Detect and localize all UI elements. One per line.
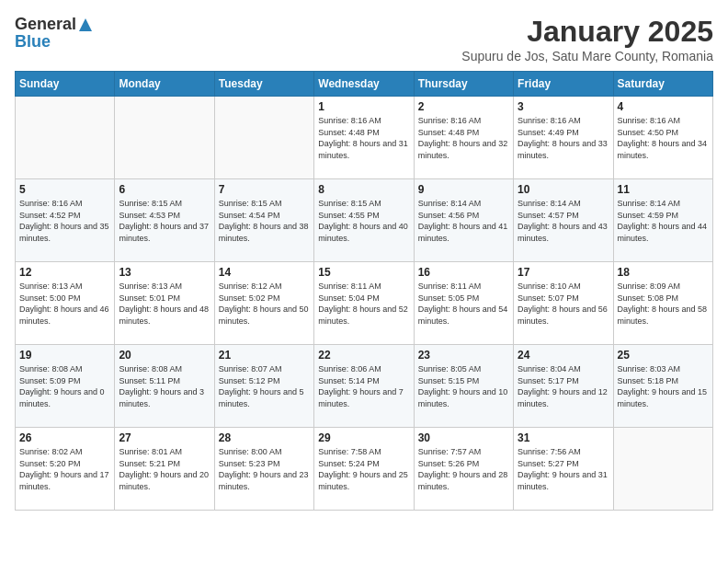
day-number: 4 (618, 100, 709, 113)
day-cell (115, 97, 214, 179)
day-cell: 30Sunrise: 7:57 AM Sunset: 5:26 PM Dayli… (414, 428, 513, 511)
logo-blue-text: Blue (15, 32, 51, 52)
day-number: 29 (318, 431, 409, 444)
day-number: 19 (19, 349, 110, 362)
day-number: 31 (518, 431, 609, 444)
day-info: Sunrise: 8:02 AM Sunset: 5:20 PM Dayligh… (19, 446, 110, 492)
logo-general-text: General (15, 15, 76, 34)
day-cell: 5Sunrise: 8:16 AM Sunset: 4:52 PM Daylig… (16, 179, 115, 262)
day-number: 30 (418, 431, 509, 444)
day-info: Sunrise: 8:12 AM Sunset: 5:02 PM Dayligh… (219, 281, 310, 327)
weekday-header-wednesday: Wednesday (314, 72, 414, 97)
day-info: Sunrise: 8:00 AM Sunset: 5:23 PM Dayligh… (219, 446, 310, 492)
week-row-3: 12Sunrise: 8:13 AM Sunset: 5:00 PM Dayli… (16, 262, 713, 345)
day-info: Sunrise: 8:11 AM Sunset: 5:04 PM Dayligh… (318, 281, 409, 327)
page-header: General Blue January 2025 Supuru de Jos,… (15, 15, 713, 63)
location-title: Supuru de Jos, Satu Mare County, Romania (461, 49, 713, 63)
day-number: 1 (318, 100, 409, 113)
day-info: Sunrise: 8:04 AM Sunset: 5:17 PM Dayligh… (518, 363, 609, 409)
week-row-2: 5Sunrise: 8:16 AM Sunset: 4:52 PM Daylig… (16, 179, 713, 262)
day-number: 23 (418, 349, 509, 362)
day-number: 9 (418, 183, 509, 196)
day-number: 14 (219, 266, 310, 279)
day-cell: 24Sunrise: 8:04 AM Sunset: 5:17 PM Dayli… (514, 345, 613, 428)
day-cell: 15Sunrise: 8:11 AM Sunset: 5:04 PM Dayli… (314, 262, 414, 345)
day-cell: 1Sunrise: 8:16 AM Sunset: 4:48 PM Daylig… (314, 97, 414, 179)
day-number: 2 (418, 100, 509, 113)
day-info: Sunrise: 8:14 AM Sunset: 4:56 PM Dayligh… (418, 198, 509, 244)
day-number: 28 (219, 431, 310, 444)
day-number: 20 (119, 349, 210, 362)
day-info: Sunrise: 8:15 AM Sunset: 4:54 PM Dayligh… (219, 198, 310, 244)
day-info: Sunrise: 8:10 AM Sunset: 5:07 PM Dayligh… (518, 281, 609, 327)
logo-icon (77, 17, 94, 33)
day-info: Sunrise: 8:16 AM Sunset: 4:50 PM Dayligh… (618, 115, 709, 161)
day-cell: 13Sunrise: 8:13 AM Sunset: 5:01 PM Dayli… (115, 262, 214, 345)
day-cell: 19Sunrise: 8:08 AM Sunset: 5:09 PM Dayli… (16, 345, 115, 428)
day-cell: 29Sunrise: 7:58 AM Sunset: 5:24 PM Dayli… (314, 428, 414, 511)
day-number: 26 (19, 431, 110, 444)
day-info: Sunrise: 8:13 AM Sunset: 5:00 PM Dayligh… (19, 281, 110, 327)
day-info: Sunrise: 8:16 AM Sunset: 4:52 PM Dayligh… (19, 198, 110, 244)
day-info: Sunrise: 8:16 AM Sunset: 4:48 PM Dayligh… (418, 115, 509, 161)
day-number: 21 (219, 349, 310, 362)
day-number: 5 (19, 183, 110, 196)
day-cell: 4Sunrise: 8:16 AM Sunset: 4:50 PM Daylig… (613, 97, 712, 179)
day-cell: 12Sunrise: 8:13 AM Sunset: 5:00 PM Dayli… (16, 262, 115, 345)
day-cell: 3Sunrise: 8:16 AM Sunset: 4:49 PM Daylig… (514, 97, 613, 179)
day-cell: 9Sunrise: 8:14 AM Sunset: 4:56 PM Daylig… (414, 179, 513, 262)
day-info: Sunrise: 8:05 AM Sunset: 5:15 PM Dayligh… (418, 363, 509, 409)
weekday-header-tuesday: Tuesday (214, 72, 313, 97)
week-row-1: 1Sunrise: 8:16 AM Sunset: 4:48 PM Daylig… (16, 97, 713, 179)
day-cell: 16Sunrise: 8:11 AM Sunset: 5:05 PM Dayli… (414, 262, 513, 345)
day-cell: 11Sunrise: 8:14 AM Sunset: 4:59 PM Dayli… (613, 179, 712, 262)
day-cell: 20Sunrise: 8:08 AM Sunset: 5:11 PM Dayli… (115, 345, 214, 428)
day-number: 10 (518, 183, 609, 196)
day-cell: 6Sunrise: 8:15 AM Sunset: 4:53 PM Daylig… (115, 179, 214, 262)
day-cell: 23Sunrise: 8:05 AM Sunset: 5:15 PM Dayli… (414, 345, 513, 428)
day-cell (214, 97, 313, 179)
day-number: 16 (418, 266, 509, 279)
day-info: Sunrise: 8:11 AM Sunset: 5:05 PM Dayligh… (418, 281, 509, 327)
day-number: 12 (19, 266, 110, 279)
day-number: 8 (318, 183, 409, 196)
day-info: Sunrise: 8:03 AM Sunset: 5:18 PM Dayligh… (618, 363, 709, 409)
day-cell: 7Sunrise: 8:15 AM Sunset: 4:54 PM Daylig… (214, 179, 313, 262)
day-number: 7 (219, 183, 310, 196)
day-number: 27 (119, 431, 210, 444)
weekday-header-thursday: Thursday (414, 72, 513, 97)
day-info: Sunrise: 8:08 AM Sunset: 5:11 PM Dayligh… (119, 363, 210, 409)
day-cell: 31Sunrise: 7:56 AM Sunset: 5:27 PM Dayli… (514, 428, 613, 511)
day-info: Sunrise: 8:16 AM Sunset: 4:48 PM Dayligh… (318, 115, 409, 161)
week-row-5: 26Sunrise: 8:02 AM Sunset: 5:20 PM Dayli… (16, 428, 713, 511)
weekday-header-sunday: Sunday (16, 72, 115, 97)
day-number: 17 (518, 266, 609, 279)
weekday-header-monday: Monday (115, 72, 214, 97)
week-row-4: 19Sunrise: 8:08 AM Sunset: 5:09 PM Dayli… (16, 345, 713, 428)
month-title: January 2025 (461, 15, 713, 49)
day-info: Sunrise: 8:14 AM Sunset: 4:59 PM Dayligh… (618, 198, 709, 244)
day-info: Sunrise: 8:06 AM Sunset: 5:14 PM Dayligh… (318, 363, 409, 409)
day-cell: 14Sunrise: 8:12 AM Sunset: 5:02 PM Dayli… (214, 262, 313, 345)
day-cell (613, 428, 712, 511)
day-cell: 26Sunrise: 8:02 AM Sunset: 5:20 PM Dayli… (16, 428, 115, 511)
day-info: Sunrise: 8:14 AM Sunset: 4:57 PM Dayligh… (518, 198, 609, 244)
day-info: Sunrise: 8:01 AM Sunset: 5:21 PM Dayligh… (119, 446, 210, 492)
day-number: 15 (318, 266, 409, 279)
day-number: 3 (518, 100, 609, 113)
day-info: Sunrise: 8:08 AM Sunset: 5:09 PM Dayligh… (19, 363, 110, 409)
day-info: Sunrise: 8:15 AM Sunset: 4:53 PM Dayligh… (119, 198, 210, 244)
day-number: 24 (518, 349, 609, 362)
calendar-header: SundayMondayTuesdayWednesdayThursdayFrid… (16, 72, 713, 97)
day-cell: 25Sunrise: 8:03 AM Sunset: 5:18 PM Dayli… (613, 345, 712, 428)
calendar-table: SundayMondayTuesdayWednesdayThursdayFrid… (15, 71, 713, 511)
day-cell: 28Sunrise: 8:00 AM Sunset: 5:23 PM Dayli… (214, 428, 313, 511)
day-cell: 8Sunrise: 8:15 AM Sunset: 4:55 PM Daylig… (314, 179, 414, 262)
day-number: 6 (119, 183, 210, 196)
day-number: 25 (618, 349, 709, 362)
day-info: Sunrise: 7:58 AM Sunset: 5:24 PM Dayligh… (318, 446, 409, 492)
day-cell: 17Sunrise: 8:10 AM Sunset: 5:07 PM Dayli… (514, 262, 613, 345)
day-cell (16, 97, 115, 179)
day-cell: 2Sunrise: 8:16 AM Sunset: 4:48 PM Daylig… (414, 97, 513, 179)
day-cell: 27Sunrise: 8:01 AM Sunset: 5:21 PM Dayli… (115, 428, 214, 511)
